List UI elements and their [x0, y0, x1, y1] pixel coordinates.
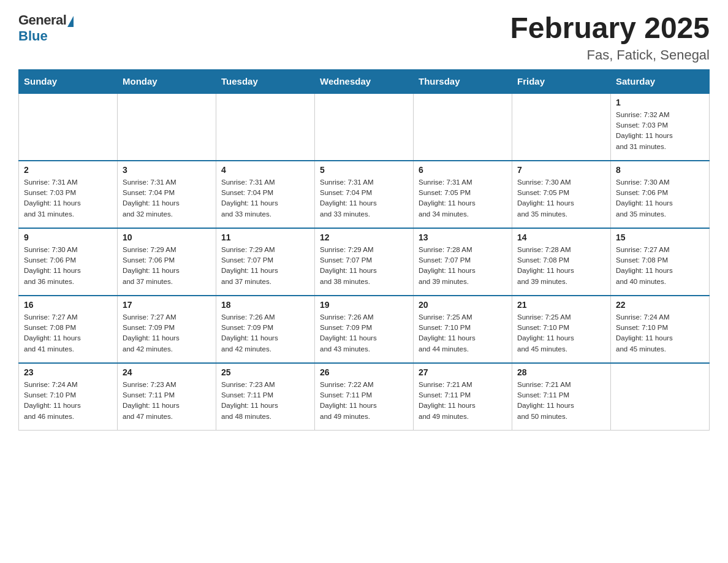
day-info: Sunrise: 7:25 AM Sunset: 7:10 PM Dayligh… — [517, 312, 605, 354]
calendar-week-row: 23Sunrise: 7:24 AM Sunset: 7:10 PM Dayli… — [19, 363, 710, 431]
column-header-monday: Monday — [118, 69, 216, 93]
day-info: Sunrise: 7:27 AM Sunset: 7:09 PM Dayligh… — [123, 312, 211, 354]
page-header: General Blue February 2025 Fas, Fatick, … — [18, 12, 710, 63]
day-number: 28 — [517, 367, 605, 377]
day-number: 24 — [123, 367, 211, 377]
calendar-week-row: 16Sunrise: 7:27 AM Sunset: 7:08 PM Dayli… — [19, 296, 710, 363]
day-info: Sunrise: 7:30 AM Sunset: 7:05 PM Dayligh… — [517, 177, 605, 220]
column-header-thursday: Thursday — [414, 69, 512, 93]
calendar-title: February 2025 — [510, 12, 710, 45]
day-info: Sunrise: 7:28 AM Sunset: 7:07 PM Dayligh… — [419, 245, 507, 287]
calendar-cell: 23Sunrise: 7:24 AM Sunset: 7:10 PM Dayli… — [19, 363, 118, 431]
column-header-tuesday: Tuesday — [216, 69, 315, 93]
calendar-cell: 14Sunrise: 7:28 AM Sunset: 7:08 PM Dayli… — [512, 228, 611, 296]
day-info: Sunrise: 7:29 AM Sunset: 7:07 PM Dayligh… — [221, 245, 309, 287]
calendar-cell: 18Sunrise: 7:26 AM Sunset: 7:09 PM Dayli… — [216, 296, 315, 363]
day-number: 11 — [221, 232, 309, 242]
day-number: 6 — [419, 165, 507, 175]
logo: General Blue — [18, 12, 74, 44]
day-info: Sunrise: 7:26 AM Sunset: 7:09 PM Dayligh… — [320, 312, 408, 354]
day-info: Sunrise: 7:24 AM Sunset: 7:10 PM Dayligh… — [616, 312, 704, 354]
calendar-cell: 24Sunrise: 7:23 AM Sunset: 7:11 PM Dayli… — [118, 363, 216, 431]
day-number: 26 — [320, 367, 408, 377]
day-info: Sunrise: 7:32 AM Sunset: 7:03 PM Dayligh… — [616, 110, 704, 152]
calendar-cell — [414, 93, 512, 161]
day-number: 27 — [419, 367, 507, 377]
day-info: Sunrise: 7:29 AM Sunset: 7:07 PM Dayligh… — [320, 245, 408, 287]
logo-blue-text: Blue — [18, 28, 48, 44]
calendar-cell: 16Sunrise: 7:27 AM Sunset: 7:08 PM Dayli… — [19, 296, 118, 363]
calendar-cell: 3Sunrise: 7:31 AM Sunset: 7:04 PM Daylig… — [118, 161, 216, 228]
day-info: Sunrise: 7:23 AM Sunset: 7:11 PM Dayligh… — [123, 380, 211, 422]
column-header-saturday: Saturday — [611, 69, 710, 93]
day-number: 15 — [616, 232, 704, 242]
day-number: 19 — [320, 300, 408, 310]
calendar-cell: 25Sunrise: 7:23 AM Sunset: 7:11 PM Dayli… — [216, 363, 315, 431]
logo-triangle-icon — [67, 16, 74, 27]
day-number: 8 — [616, 165, 704, 175]
calendar-cell: 2Sunrise: 7:31 AM Sunset: 7:03 PM Daylig… — [19, 161, 118, 228]
day-info: Sunrise: 7:26 AM Sunset: 7:09 PM Dayligh… — [221, 312, 309, 354]
calendar-cell: 17Sunrise: 7:27 AM Sunset: 7:09 PM Dayli… — [118, 296, 216, 363]
calendar-cell: 20Sunrise: 7:25 AM Sunset: 7:10 PM Dayli… — [414, 296, 512, 363]
calendar-cell: 15Sunrise: 7:27 AM Sunset: 7:08 PM Dayli… — [611, 228, 710, 296]
calendar-cell: 12Sunrise: 7:29 AM Sunset: 7:07 PM Dayli… — [315, 228, 414, 296]
day-info: Sunrise: 7:31 AM Sunset: 7:04 PM Dayligh… — [320, 177, 408, 220]
day-info: Sunrise: 7:22 AM Sunset: 7:11 PM Dayligh… — [320, 380, 408, 422]
column-header-friday: Friday — [512, 69, 611, 93]
day-info: Sunrise: 7:21 AM Sunset: 7:11 PM Dayligh… — [517, 380, 605, 422]
day-info: Sunrise: 7:30 AM Sunset: 7:06 PM Dayligh… — [24, 245, 112, 287]
calendar-cell: 11Sunrise: 7:29 AM Sunset: 7:07 PM Dayli… — [216, 228, 315, 296]
calendar-header-row: SundayMondayTuesdayWednesdayThursdayFrid… — [19, 69, 710, 93]
calendar-cell: 7Sunrise: 7:30 AM Sunset: 7:05 PM Daylig… — [512, 161, 611, 228]
day-info: Sunrise: 7:24 AM Sunset: 7:10 PM Dayligh… — [24, 380, 112, 422]
day-info: Sunrise: 7:30 AM Sunset: 7:06 PM Dayligh… — [616, 177, 704, 220]
day-number: 25 — [221, 367, 309, 377]
day-number: 14 — [517, 232, 605, 242]
day-number: 9 — [24, 232, 112, 242]
day-number: 16 — [24, 300, 112, 310]
calendar-cell — [611, 363, 710, 431]
column-header-sunday: Sunday — [19, 69, 118, 93]
day-info: Sunrise: 7:23 AM Sunset: 7:11 PM Dayligh… — [221, 380, 309, 422]
day-info: Sunrise: 7:27 AM Sunset: 7:08 PM Dayligh… — [616, 245, 704, 287]
day-info: Sunrise: 7:29 AM Sunset: 7:06 PM Dayligh… — [123, 245, 211, 287]
calendar-cell — [512, 93, 611, 161]
calendar-cell: 13Sunrise: 7:28 AM Sunset: 7:07 PM Dayli… — [414, 228, 512, 296]
calendar-cell: 27Sunrise: 7:21 AM Sunset: 7:11 PM Dayli… — [414, 363, 512, 431]
calendar-table: SundayMondayTuesdayWednesdayThursdayFrid… — [18, 69, 710, 431]
calendar-cell: 6Sunrise: 7:31 AM Sunset: 7:05 PM Daylig… — [414, 161, 512, 228]
day-info: Sunrise: 7:31 AM Sunset: 7:05 PM Dayligh… — [419, 177, 507, 220]
day-number: 5 — [320, 165, 408, 175]
calendar-cell — [19, 93, 118, 161]
calendar-cell: 4Sunrise: 7:31 AM Sunset: 7:04 PM Daylig… — [216, 161, 315, 228]
day-number: 10 — [123, 232, 211, 242]
day-info: Sunrise: 7:31 AM Sunset: 7:03 PM Dayligh… — [24, 177, 112, 220]
day-number: 18 — [221, 300, 309, 310]
day-number: 23 — [24, 367, 112, 377]
calendar-cell — [216, 93, 315, 161]
calendar-cell: 19Sunrise: 7:26 AM Sunset: 7:09 PM Dayli… — [315, 296, 414, 363]
calendar-week-row: 1Sunrise: 7:32 AM Sunset: 7:03 PM Daylig… — [19, 93, 710, 161]
day-number: 20 — [419, 300, 507, 310]
calendar-cell: 8Sunrise: 7:30 AM Sunset: 7:06 PM Daylig… — [611, 161, 710, 228]
day-number: 7 — [517, 165, 605, 175]
day-info: Sunrise: 7:25 AM Sunset: 7:10 PM Dayligh… — [419, 312, 507, 354]
day-info: Sunrise: 7:27 AM Sunset: 7:08 PM Dayligh… — [24, 312, 112, 354]
day-info: Sunrise: 7:21 AM Sunset: 7:11 PM Dayligh… — [419, 380, 507, 422]
calendar-cell: 1Sunrise: 7:32 AM Sunset: 7:03 PM Daylig… — [611, 93, 710, 161]
day-number: 3 — [123, 165, 211, 175]
day-number: 13 — [419, 232, 507, 242]
day-number: 12 — [320, 232, 408, 242]
day-number: 2 — [24, 165, 112, 175]
day-info: Sunrise: 7:28 AM Sunset: 7:08 PM Dayligh… — [517, 245, 605, 287]
calendar-cell: 10Sunrise: 7:29 AM Sunset: 7:06 PM Dayli… — [118, 228, 216, 296]
calendar-cell: 26Sunrise: 7:22 AM Sunset: 7:11 PM Dayli… — [315, 363, 414, 431]
day-info: Sunrise: 7:31 AM Sunset: 7:04 PM Dayligh… — [123, 177, 211, 220]
calendar-cell: 5Sunrise: 7:31 AM Sunset: 7:04 PM Daylig… — [315, 161, 414, 228]
day-number: 17 — [123, 300, 211, 310]
day-number: 22 — [616, 300, 704, 310]
day-number: 4 — [221, 165, 309, 175]
calendar-cell — [315, 93, 414, 161]
title-area: February 2025 Fas, Fatick, Senegal — [510, 12, 710, 63]
